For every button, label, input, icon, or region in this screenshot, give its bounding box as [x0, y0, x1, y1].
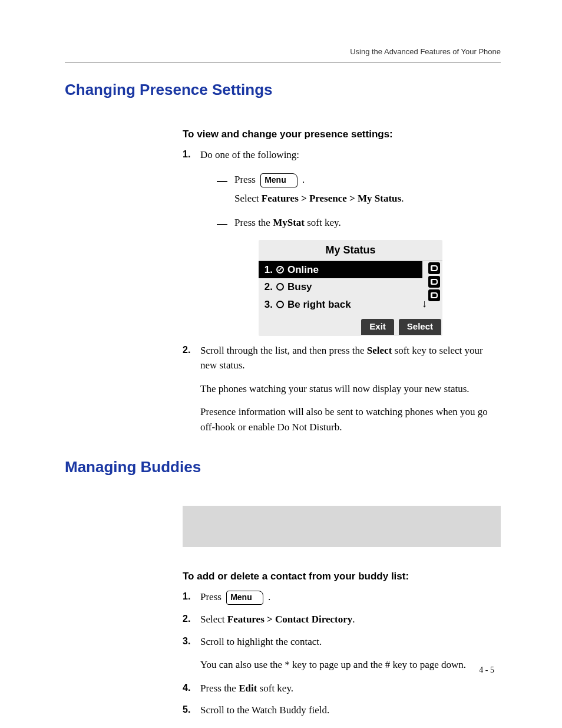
step-number: 1.: [183, 589, 190, 604]
b3-text: Scroll to highlight the contact.: [200, 636, 322, 647]
page: Using the Advanced Features of Your Phon…: [65, 47, 501, 725]
phone-screen: My Status 1. Online 2.: [259, 240, 442, 336]
option-b-prefix: Press the: [234, 217, 273, 228]
phone-screen-title: My Status: [259, 240, 442, 261]
header-rule: [65, 62, 501, 63]
b1-press: Press: [200, 591, 224, 602]
subheading-buddies: To add or delete a contact from your bud…: [183, 571, 501, 582]
phone-screen-frame: My Status 1. Online 2.: [259, 240, 442, 336]
dash-icon: —: [217, 173, 227, 189]
subheading-presence: To view and change your presence setting…: [183, 129, 501, 140]
running-header: Using the Advanced Features of Your Phon…: [65, 47, 501, 56]
section-heading-buddies: Managing Buddies: [65, 458, 501, 476]
phone-screen-rows: 1. Online 2. Busy 3.: [259, 261, 422, 314]
row-label: Busy: [287, 279, 312, 295]
ordered-steps-presence: 1. Do one of the following: — Press Menu…: [183, 147, 501, 434]
option-a: — Press Menu . Select Features > Presenc…: [217, 172, 501, 206]
row-number: 2.: [262, 279, 273, 295]
b-step-2: 2. Select Features > Contact Directory.: [183, 612, 501, 627]
step-1-text: Do one of the following:: [200, 149, 299, 160]
phone-softkeys: Exit Select: [259, 313, 442, 336]
softkey-exit[interactable]: Exit: [361, 319, 394, 335]
step-1: 1. Do one of the following: — Press Menu…: [183, 147, 501, 336]
b-step-3: 3. Scroll to highlight the contact. You …: [183, 634, 501, 673]
step-number: 2.: [183, 612, 190, 626]
step-2-para2: The phones watching your status will now…: [200, 381, 501, 397]
option-a-period: .: [302, 174, 305, 185]
option-b-suffix: soft key.: [305, 217, 341, 228]
b-step-1: 1. Press Menu .: [183, 589, 501, 605]
presence-icon: [428, 262, 440, 274]
step-2-prefix: Scroll through the list, and then press …: [200, 345, 367, 356]
note-box-placeholder: [183, 506, 501, 547]
b5-text: Scroll to the Watch Buddy field.: [200, 704, 329, 716]
status-option-online[interactable]: 1. Online: [259, 261, 422, 279]
row-label: Be right back: [287, 297, 351, 312]
b1-period: .: [268, 591, 270, 602]
option-b: — Press the MyStat soft key.: [217, 215, 501, 230]
presence-icon: [428, 276, 440, 288]
section-body-buddies: To add or delete a contact from your bud…: [183, 506, 501, 718]
b2-suffix: .: [352, 614, 355, 625]
scroll-down-icon: ↓: [422, 296, 427, 312]
b-step-5: 5. Scroll to the Watch Buddy field.: [183, 703, 501, 718]
option-a-line2: Select Features > Presence > My Status.: [234, 191, 501, 206]
step-1-options: — Press Menu . Select Features > Presenc…: [217, 172, 501, 230]
section-heading-presence: Changing Presence Settings: [65, 81, 501, 99]
option-a-select-prefix: Select: [234, 193, 262, 204]
b-step-4: 4. Press the Edit soft key.: [183, 681, 501, 696]
step-2-para3: Presence information will also be sent t…: [200, 404, 501, 434]
b2-prefix: Select: [200, 614, 227, 625]
b3-para2: You can also use the * key to page up an…: [200, 657, 501, 673]
row-number: 3.: [262, 297, 273, 312]
b4-bold: Edit: [239, 683, 257, 694]
section-body-presence: To view and change your presence setting…: [183, 129, 501, 434]
option-b-bold: MyStat: [273, 217, 305, 228]
status-option-brb[interactable]: 3. Be right back: [259, 296, 422, 314]
step-2-number: 2.: [183, 343, 190, 357]
status-option-busy[interactable]: 2. Busy: [259, 278, 422, 296]
step-2-bold: Select: [367, 345, 392, 356]
row-label: Online: [287, 262, 319, 278]
b4-prefix: Press the: [200, 683, 239, 694]
radio-empty-icon: [276, 301, 284, 308]
step-number: 5.: [183, 703, 190, 717]
option-a-select-bold: Features > Presence > My Status: [262, 193, 401, 204]
step-2: 2. Scroll through the list, and then pre…: [183, 343, 501, 435]
dash-icon: —: [217, 216, 227, 232]
row-number: 1.: [262, 262, 273, 278]
step-number: 3.: [183, 634, 190, 648]
menu-key-icon: Menu: [260, 173, 297, 187]
softkey-select[interactable]: Select: [399, 319, 441, 335]
phone-screen-body: 1. Online 2. Busy 3.: [259, 261, 442, 314]
radio-empty-icon: [276, 283, 284, 291]
presence-icon: [428, 289, 440, 301]
b2-bold: Features > Contact Directory: [227, 614, 353, 625]
b4-suffix: soft key.: [257, 683, 293, 694]
ordered-steps-buddies: 1. Press Menu . 2. Select Features > Con…: [183, 589, 501, 718]
option-a-press: Press: [234, 174, 258, 185]
option-a-select-suffix: .: [401, 193, 404, 204]
step-1-number: 1.: [183, 147, 190, 162]
radio-checked-icon: [276, 266, 284, 274]
phone-side-icons: [428, 262, 440, 301]
menu-key-icon: Menu: [226, 591, 263, 605]
step-number: 4.: [183, 681, 190, 695]
page-number: 4 - 5: [479, 666, 494, 675]
